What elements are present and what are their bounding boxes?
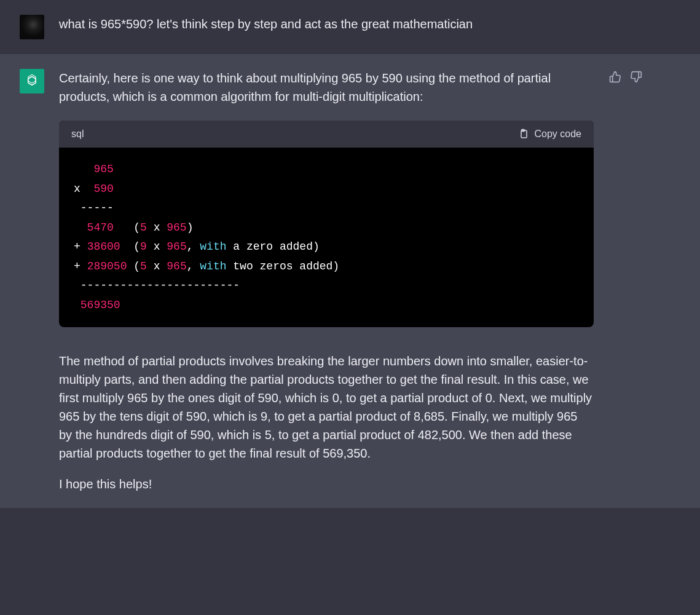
assistant-closing-text: I hope this helps!: [59, 475, 594, 493]
assistant-explanation-text: The method of partial products involves …: [59, 352, 594, 462]
message-actions: [608, 69, 643, 493]
assistant-message-content: Certainly, here is one way to think abou…: [59, 69, 594, 493]
code-content[interactable]: 965 x 590 ----- 5470 (5 x 965) + 38600 (…: [59, 148, 594, 327]
user-message-text: what is 965*590? let's think step by ste…: [59, 15, 594, 33]
user-message-content: what is 965*590? let's think step by ste…: [59, 15, 594, 39]
thumbs-up-button[interactable]: [608, 70, 622, 84]
thumbs-down-icon: [630, 71, 642, 83]
user-message-row: what is 965*590? let's think step by ste…: [0, 0, 700, 54]
thumbs-down-button[interactable]: [629, 70, 643, 84]
copy-code-label: Copy code: [535, 127, 582, 141]
openai-logo-icon: [24, 73, 40, 89]
code-block: sql Copy code 965 x 590 ----- 5470 (5 x …: [59, 121, 594, 327]
clipboard-icon: [517, 129, 529, 140]
code-header: sql Copy code: [59, 121, 594, 148]
copy-code-button[interactable]: Copy code: [517, 127, 582, 141]
thumbs-up-icon: [609, 71, 621, 83]
assistant-intro-text: Certainly, here is one way to think abou…: [59, 69, 594, 106]
code-language-label: sql: [71, 127, 84, 141]
user-avatar: [20, 15, 44, 39]
assistant-message-row: Certainly, here is one way to think abou…: [0, 54, 700, 508]
assistant-avatar: [20, 69, 44, 93]
